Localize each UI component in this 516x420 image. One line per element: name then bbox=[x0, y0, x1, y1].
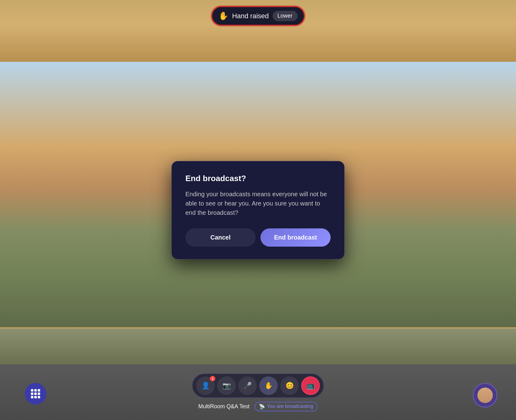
modal-body: Ending your broadcasts means everyone wi… bbox=[185, 189, 331, 217]
modal-actions: Cancel End broadcast bbox=[185, 228, 331, 247]
end-broadcast-button[interactable]: End broadcast bbox=[260, 228, 331, 247]
cancel-button[interactable]: Cancel bbox=[185, 228, 256, 247]
modal-title: End broadcast? bbox=[185, 174, 331, 183]
end-broadcast-dialog: End broadcast? Ending your broadcasts me… bbox=[171, 161, 345, 259]
modal-overlay: End broadcast? Ending your broadcasts me… bbox=[0, 0, 516, 420]
